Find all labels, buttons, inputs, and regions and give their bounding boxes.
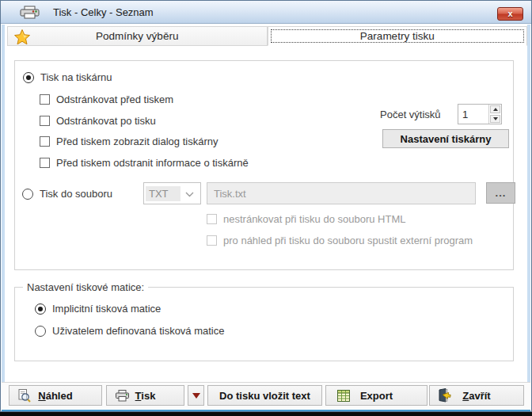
- preview-button[interactable]: Náhled: [9, 385, 102, 406]
- button-label: Náhled: [38, 390, 72, 402]
- checkbox-odstrankovat-po-tisku[interactable]: Odstránkovat po tisku: [40, 115, 156, 127]
- stepper-down-button[interactable]: [490, 115, 500, 123]
- red-triangle-down-icon: [192, 393, 200, 399]
- radio-label: Tisk na tiskárnu: [40, 71, 112, 83]
- button-label: Do tisku vložit text: [219, 390, 310, 402]
- button-label: Tisk: [135, 390, 156, 402]
- screen: Tisk - Celky - Seznam x Podmínky výběru: [0, 0, 532, 416]
- triangle-down-icon: [493, 117, 498, 120]
- radio-circle[interactable]: [35, 326, 46, 337]
- radio-circle[interactable]: [22, 189, 33, 200]
- radio-implicitni-matice[interactable]: Implicitní tisková matice: [35, 303, 161, 315]
- checkbox-label: Odstránkovat po tisku: [56, 115, 156, 127]
- star-icon: [13, 29, 31, 48]
- file-format-select[interactable]: TXT: [143, 182, 201, 204]
- tab-podminky-vyberu[interactable]: Podmínky výběru: [7, 26, 268, 46]
- print-matrix-groupbox: Nastavení tiskové matice: Implicitní tis…: [14, 287, 514, 361]
- chevron-down-icon: [185, 186, 194, 200]
- stepper-up-button[interactable]: [490, 105, 500, 113]
- button-label: Export: [360, 390, 393, 402]
- print-options-dropdown-button[interactable]: [188, 385, 204, 406]
- checkbox-box[interactable]: [40, 94, 50, 105]
- checkbox-pred-tiskem-odstranit-informace[interactable]: Před tiskem odstranit informace o tiskár…: [40, 157, 249, 169]
- exit-door-icon: [438, 388, 451, 405]
- checkbox-box[interactable]: [40, 136, 50, 147]
- selected-format: TXT: [146, 186, 180, 201]
- titlebar[interactable]: Tisk - Celky - Seznam x: [1, 1, 531, 24]
- file-name-input[interactable]: [207, 182, 476, 204]
- checkbox-nestrankovat-html[interactable]: nestránkovat při tisku do souboru HTML: [207, 213, 406, 225]
- checkbox-pred-tiskem-zobrazit-dialog[interactable]: Před tiskem zobrazit dialog tiskárny: [40, 135, 218, 147]
- radio-uzivatelska-matice[interactable]: Uživatelem definovaná tisková matice: [35, 325, 225, 337]
- checkbox-label: Odstránkovat před tiskem: [56, 94, 173, 105]
- checkbox-label: pro náhled při tisku do souboru spustit …: [223, 235, 473, 246]
- checkbox-odstrankovat-pred-tiskem[interactable]: Odstránkovat před tiskem: [40, 94, 173, 105]
- printer-icon: [18, 6, 42, 23]
- radio-label: Uživatelem definovaná tisková matice: [52, 325, 225, 337]
- print-dialog-window: Tisk - Celky - Seznam x Podmínky výběru: [0, 0, 532, 412]
- browse-button[interactable]: ...: [486, 182, 515, 204]
- tab-parametry-tisku[interactable]: Parametry tisku: [268, 26, 528, 46]
- radio-label: Tisk do souboru: [40, 188, 112, 200]
- printer-icon: [115, 390, 130, 404]
- checkbox-box[interactable]: [40, 158, 50, 168]
- radio-circle[interactable]: [23, 72, 34, 83]
- checkbox-label: Před tiskem odstranit informace o tiskár…: [56, 157, 249, 169]
- triangle-up-icon: [493, 108, 498, 111]
- checkbox-box[interactable]: [40, 116, 50, 126]
- copies-label-row: Počet výtisků: [380, 109, 441, 120]
- export-button[interactable]: Export: [325, 385, 428, 406]
- radio-label: Implicitní tisková matice: [52, 303, 161, 315]
- close-button[interactable]: x: [497, 7, 523, 21]
- table-icon: [337, 390, 350, 404]
- tab-label: Parametry tisku: [360, 30, 435, 42]
- checkbox-label: Před tiskem zobrazit dialog tiskárny: [56, 135, 218, 147]
- window-frame-right: [527, 25, 530, 408]
- radio-tisk-do-souboru[interactable]: Tisk do souboru: [22, 188, 112, 200]
- button-label: Zavřít: [462, 390, 490, 402]
- copies-input[interactable]: [458, 105, 488, 124]
- tab-bar: Podmínky výběru Parametry tisku: [7, 26, 527, 46]
- tab-label: Podmínky výběru: [96, 30, 178, 42]
- radio-tisk-na-tiskarnu[interactable]: Tisk na tiskárnu: [23, 71, 112, 83]
- close-icon: x: [507, 10, 512, 18]
- radio-circle[interactable]: [35, 303, 46, 315]
- footer-button-bar: Náhled Tisk Do tisku vložit text: [2, 382, 530, 410]
- window-frame-left: [2, 25, 5, 408]
- window-title: Tisk - Celky - Seznam: [53, 6, 154, 18]
- copies-stepper[interactable]: [458, 104, 502, 124]
- insert-text-button[interactable]: Do tisku vložit text: [207, 385, 322, 406]
- checkbox-spustit-externi-program[interactable]: pro náhled při tisku do souboru spustit …: [207, 235, 473, 246]
- printer-settings-button[interactable]: Nastavení tiskárny: [382, 129, 509, 148]
- copies-label: Počet výtisků: [380, 109, 441, 120]
- close-dialog-button[interactable]: Zavřít: [429, 385, 524, 406]
- checkbox-box[interactable]: [207, 214, 217, 224]
- print-preview-icon: [17, 389, 31, 405]
- checkbox-box[interactable]: [207, 235, 217, 246]
- groupbox-legend: Nastavení tiskové matice:: [23, 281, 148, 293]
- stepper-buttons: [488, 105, 501, 124]
- print-button[interactable]: Tisk: [106, 385, 184, 406]
- checkbox-label: nestránkovat při tisku do souboru HTML: [223, 213, 406, 225]
